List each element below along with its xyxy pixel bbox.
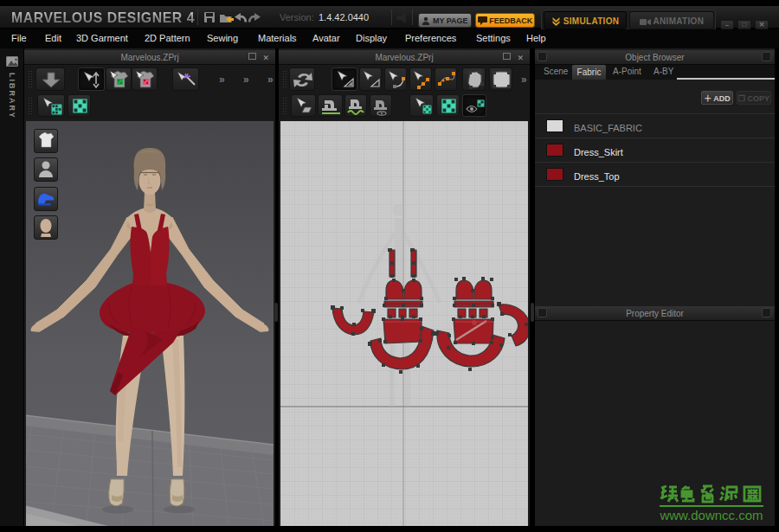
svg-text:www.downcc.com: www.downcc.com <box>659 508 763 522</box>
